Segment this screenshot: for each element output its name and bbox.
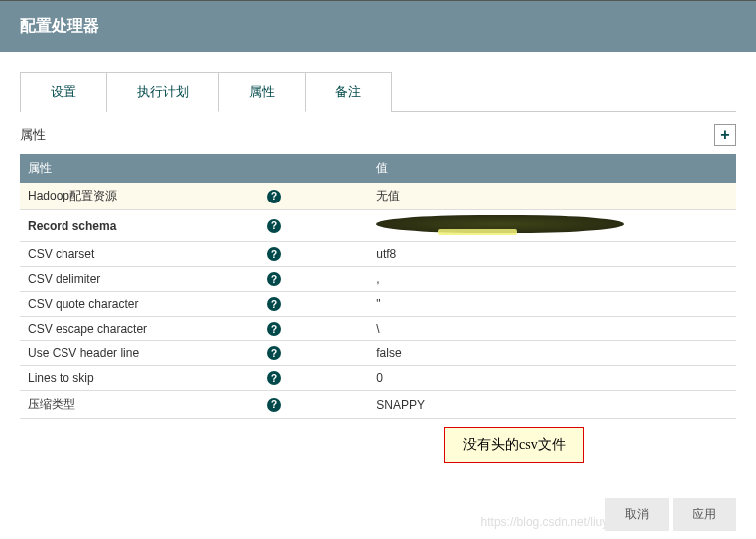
dialog-footer: 取消 应用 bbox=[605, 498, 736, 531]
property-value[interactable]: 0 bbox=[368, 366, 715, 391]
table-body: Hadoop配置资源?无值Record schema?CSV charset?u… bbox=[20, 183, 736, 419]
tab-bar: 设置执行计划属性备注 bbox=[20, 71, 736, 112]
property-value[interactable]: \ bbox=[368, 317, 715, 341]
property-name: CSV delimiter bbox=[28, 272, 100, 286]
property-value[interactable]: utf8 bbox=[368, 242, 715, 267]
property-name: CSV escape character bbox=[28, 322, 147, 336]
property-value[interactable] bbox=[368, 210, 715, 242]
property-actions bbox=[715, 391, 736, 419]
property-value[interactable]: 无值 bbox=[368, 183, 715, 210]
property-actions bbox=[715, 341, 736, 366]
table-row[interactable]: Lines to skip?0 bbox=[20, 366, 736, 391]
help-icon[interactable]: ? bbox=[267, 219, 281, 233]
table-row[interactable]: 压缩类型?SNAPPY bbox=[20, 391, 736, 419]
table-row[interactable]: Use CSV header line?false bbox=[20, 341, 736, 366]
section-header-row: 属性 + bbox=[20, 124, 736, 146]
property-actions bbox=[715, 242, 736, 267]
tab-1[interactable]: 执行计划 bbox=[106, 72, 219, 112]
table-row[interactable]: Hadoop配置资源?无值 bbox=[20, 183, 736, 210]
section-title: 属性 bbox=[20, 126, 46, 144]
property-value[interactable]: , bbox=[368, 267, 715, 292]
help-icon[interactable]: ? bbox=[267, 272, 281, 286]
properties-table: 属性 值 Hadoop配置资源?无值Record schema?CSV char… bbox=[20, 154, 736, 419]
property-actions bbox=[715, 317, 736, 341]
table-row[interactable]: CSV escape character?\ bbox=[20, 317, 736, 341]
property-name: Record schema bbox=[28, 219, 116, 233]
property-actions bbox=[715, 210, 736, 242]
col-header-name: 属性 bbox=[20, 154, 368, 183]
property-value[interactable]: SNAPPY bbox=[368, 391, 715, 419]
cancel-button[interactable]: 取消 bbox=[605, 498, 669, 531]
property-name: CSV quote character bbox=[28, 297, 138, 311]
help-icon[interactable]: ? bbox=[267, 346, 281, 360]
help-icon[interactable]: ? bbox=[267, 371, 281, 385]
dialog-header: 配置处理器 bbox=[0, 0, 756, 52]
property-name: CSV charset bbox=[28, 247, 94, 261]
property-name: Hadoop配置资源 bbox=[28, 188, 117, 204]
annotation-callout: 没有头的csv文件 bbox=[444, 427, 584, 463]
help-icon[interactable]: ? bbox=[267, 190, 281, 203]
annotation-text: 没有头的csv文件 bbox=[463, 437, 566, 452]
redacted-value bbox=[376, 215, 624, 233]
add-property-button[interactable]: + bbox=[714, 124, 736, 146]
help-icon[interactable]: ? bbox=[267, 247, 281, 261]
col-header-actions bbox=[715, 154, 736, 183]
col-header-value: 值 bbox=[368, 154, 715, 183]
property-name: Use CSV header line bbox=[28, 346, 139, 360]
help-icon[interactable]: ? bbox=[267, 322, 281, 336]
plus-icon: + bbox=[720, 126, 729, 144]
property-value[interactable]: false bbox=[368, 341, 715, 366]
dialog-content: 设置执行计划属性备注 属性 + 属性 值 Hadoop配置资源?无值Record… bbox=[0, 52, 756, 419]
property-actions bbox=[715, 292, 736, 317]
help-icon[interactable]: ? bbox=[267, 297, 281, 311]
apply-button[interactable]: 应用 bbox=[673, 498, 736, 531]
table-row[interactable]: CSV charset?utf8 bbox=[20, 242, 736, 267]
property-actions bbox=[715, 366, 736, 391]
tab-3[interactable]: 备注 bbox=[305, 72, 392, 112]
property-value[interactable]: " bbox=[368, 292, 715, 317]
table-row[interactable]: Record schema? bbox=[20, 210, 736, 242]
property-actions bbox=[715, 267, 736, 292]
table-row[interactable]: CSV delimiter?, bbox=[20, 267, 736, 292]
property-name: 压缩类型 bbox=[28, 396, 75, 413]
table-row[interactable]: CSV quote character?" bbox=[20, 292, 736, 317]
tab-0[interactable]: 设置 bbox=[20, 72, 107, 112]
dialog-title: 配置处理器 bbox=[20, 17, 99, 34]
table-header-row: 属性 值 bbox=[20, 154, 736, 183]
tab-2[interactable]: 属性 bbox=[218, 72, 306, 112]
property-actions bbox=[715, 183, 736, 210]
help-icon[interactable]: ? bbox=[267, 398, 281, 412]
property-name: Lines to skip bbox=[28, 371, 94, 385]
